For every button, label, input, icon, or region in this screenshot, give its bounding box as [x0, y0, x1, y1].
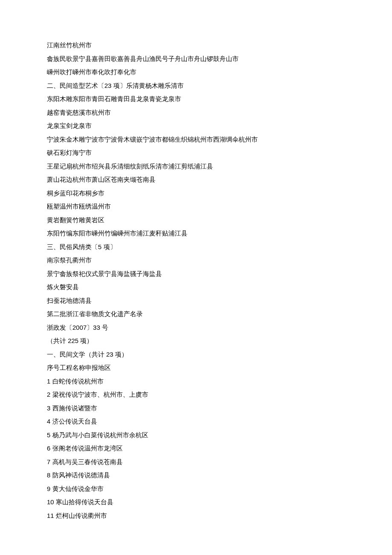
text-line: （共计 225 项）: [47, 334, 345, 348]
text-line: 3 西施传说诸暨市: [47, 401, 345, 415]
document-body: 江南丝竹杭州市畲族民歌景宁县嘉善田歌嘉善县舟山渔民号子舟山市舟山锣鼓舟山市嵊州吹…: [47, 38, 345, 522]
text-line: 嵊州吹打嵊州市奉化吹打奉化市: [47, 65, 345, 79]
text-line: 王星记扇杭州市绍兴县乐清细纹刻纸乐清市浦江剪纸浦江县: [47, 160, 345, 173]
text-line: 桐乡蓝印花布桐乡市: [47, 186, 345, 200]
text-line: 10 寒山拾得传说天台县: [47, 495, 345, 509]
text-line: 第二批浙江省非物质文化遗产名录: [47, 307, 345, 321]
text-line: 6 张阁老传说温州市龙湾区: [47, 442, 345, 455]
text-line: 9 黄大仙传说金华市: [47, 482, 345, 496]
text-line: 2 梁祝传说宁波市、杭州市、上虞市: [47, 388, 345, 401]
text-line: 瓯塑温州市瓯绣温州市: [47, 200, 345, 213]
text-line: 浙政发〔2007〕33 号: [47, 321, 345, 334]
text-line: 5 杨乃武与小白菜传说杭州市余杭区: [47, 428, 345, 442]
text-line: 一、民间文学（共计 23 项）: [47, 348, 345, 361]
text-line: 二、民间造型艺术〔23 项〕乐清黄杨木雕乐清市: [47, 79, 345, 93]
text-line: 11 烂柯山传说衢州市: [47, 509, 345, 523]
text-line: 三、民俗风情类〔5 项〕: [47, 240, 345, 254]
text-line: 江南丝竹杭州市: [47, 38, 345, 52]
text-line: 7 高机与吴三春传说苍南县: [47, 455, 345, 469]
text-line: 龙泉宝剑龙泉市: [47, 119, 345, 133]
text-line: 黄岩翻簧竹雕黄岩区: [47, 213, 345, 227]
text-line: 宁波朱金木雕宁波市宁波骨木镶嵌宁波市都锦生织锦杭州市西湖绸伞杭州市: [47, 133, 345, 146]
text-line: 序号工程名称申报地区: [47, 361, 345, 375]
text-line: 硖石彩灯海宁市: [47, 146, 345, 160]
text-line: 4 济公传说天台县: [47, 415, 345, 428]
text-line: 东阳木雕东阳市青田石雕青田县龙泉青瓷龙泉市: [47, 92, 345, 106]
text-line: 扫蚕花地德清县: [47, 294, 345, 308]
text-line: 南宗祭孔衢州市: [47, 253, 345, 267]
text-line: 畲族民歌景宁县嘉善田歌嘉善县舟山渔民号子舟山市舟山锣鼓舟山市: [47, 52, 345, 66]
text-line: 越窑青瓷慈溪市杭州市: [47, 106, 345, 119]
text-line: 萧山花边杭州市萧山区苍南夹缬苍南县: [47, 173, 345, 186]
text-line: 8 防风神话传说德清县: [47, 468, 345, 482]
text-line: 1 白蛇传传说杭州市: [47, 375, 345, 388]
text-line: 炼火磐安县: [47, 280, 345, 294]
text-line: 景宁畲族祭祀仪式景宁县海盐骚子海盐县: [47, 267, 345, 281]
text-line: 东阳竹编东阳市嵊州竹编嵊州市浦江麦秆贴浦江县: [47, 227, 345, 240]
